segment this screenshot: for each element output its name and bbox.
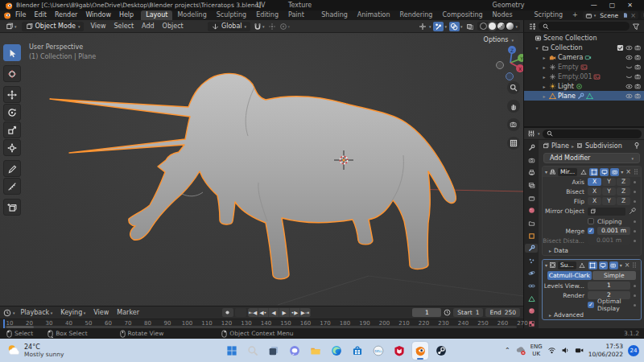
properties-tab-collection[interactable]: [525, 219, 538, 228]
drag-handle-icon[interactable]: [634, 168, 638, 175]
move-tool[interactable]: [3, 86, 21, 103]
taskbar-app-windows[interactable]: [224, 342, 240, 360]
axis-y-button[interactable]: Y: [602, 178, 616, 186]
disable-render-icon[interactable]: [634, 44, 642, 51]
disable-render-icon[interactable]: [634, 73, 642, 80]
outliner-row-light[interactable]: ▸Light: [524, 81, 644, 91]
hide-viewport-icon[interactable]: [625, 73, 633, 80]
flip-y-button[interactable]: Y: [602, 197, 616, 205]
proportional-edit-dropdown[interactable]: ▾: [279, 23, 291, 31]
transform-tool[interactable]: [3, 139, 21, 156]
workspace-tab-shading[interactable]: Shading: [316, 10, 353, 20]
properties-tab-material[interactable]: [525, 306, 538, 315]
hide-viewport-icon[interactable]: [625, 83, 633, 90]
disclosure-icon[interactable]: ▸: [541, 84, 547, 89]
viewlayer-selector[interactable]: ▾ ViewLayer ×: [641, 11, 644, 19]
levels-field[interactable]: 1: [588, 282, 630, 290]
mirror-modifier-header[interactable]: ▾ Mir... ▾ ×: [543, 167, 641, 177]
workspace-tab-geometry-nodes[interactable]: Geometry Nodes: [488, 1, 530, 20]
disable-render-icon[interactable]: [634, 64, 642, 71]
annotate-tool[interactable]: [3, 160, 21, 177]
extras-menu-icon[interactable]: ▾: [620, 262, 622, 268]
taskbar-app-steam[interactable]: [433, 342, 449, 360]
hide-viewport-icon[interactable]: [625, 44, 633, 51]
bisect-distance-field[interactable]: 0.001 m: [588, 237, 630, 245]
workspace-tab-sculpting[interactable]: Sculpting: [212, 10, 251, 20]
hide-viewport-icon[interactable]: [625, 64, 633, 71]
viewport-menu-add[interactable]: Add: [138, 22, 159, 31]
properties-tab-render[interactable]: [525, 156, 538, 165]
eyedropper-icon[interactable]: [629, 208, 636, 215]
chevron-down-icon[interactable]: ▾: [515, 24, 518, 29]
render-visibility-toggle[interactable]: [609, 261, 618, 269]
properties-tab-particles[interactable]: [525, 257, 538, 265]
workspace-tab-animation[interactable]: Animation: [353, 10, 395, 20]
selectable-checkbox[interactable]: [617, 44, 624, 51]
disclosure-icon[interactable]: ▸: [541, 74, 547, 80]
outliner-row-empty-001[interactable]: ▸Empty.001: [524, 72, 644, 81]
mode-dropdown[interactable]: Object Mode ▾: [22, 22, 85, 31]
properties-tab-scene[interactable]: [525, 194, 538, 203]
bisect-z-button[interactable]: Z: [617, 187, 630, 195]
show-gizmo-toggle[interactable]: ▾: [418, 22, 431, 31]
weather-widget[interactable]: 24°C Mostly sunny: [0, 343, 121, 358]
taskbar-app-taskview[interactable]: [266, 342, 282, 360]
bisect-x-button[interactable]: X: [588, 187, 601, 195]
triceratops-body[interactable]: [50, 73, 456, 278]
previous-keyframe-button[interactable]: ◀•: [258, 308, 269, 317]
workspace-tab-scripting[interactable]: Scripting: [529, 10, 568, 20]
close-button[interactable]: ✕: [627, 0, 633, 10]
viewport-menu-object[interactable]: Object: [159, 22, 188, 31]
new-scene-icon[interactable]: [622, 12, 629, 19]
taskbar-app-store[interactable]: [349, 342, 365, 360]
viewport-menu-view[interactable]: View: [86, 22, 109, 31]
rotate-tool[interactable]: [3, 104, 21, 121]
speaker-icon[interactable]: [561, 346, 570, 355]
camera-view-button[interactable]: [507, 118, 520, 131]
modifier-name-field[interactable]: Su...: [558, 261, 576, 269]
navigation-gizmo[interactable]: Z Y X: [489, 43, 525, 86]
data-disclosure[interactable]: ▸ Data: [543, 245, 641, 255]
record-button[interactable]: [222, 308, 233, 317]
solid-shading-button[interactable]: [489, 23, 496, 30]
outliner-row-camera[interactable]: ▸Camera: [524, 52, 644, 62]
pan-button[interactable]: [507, 100, 520, 113]
properties-tab-constraints[interactable]: [525, 282, 538, 290]
taskbar-app-search[interactable]: [245, 342, 261, 360]
properties-tab-tool[interactable]: [525, 143, 538, 152]
jump-to-start-button[interactable]: ⇤◀: [248, 308, 258, 317]
cage-toggle[interactable]: [588, 261, 597, 269]
workspace-tab-compositing[interactable]: Compositing: [437, 10, 487, 20]
material-shading-button[interactable]: [497, 23, 505, 30]
menu-help[interactable]: Help: [115, 10, 138, 20]
merge-value-field[interactable]: 0.001 m: [597, 227, 630, 235]
clipping-checkbox[interactable]: [588, 218, 594, 224]
collapse-icon[interactable]: ▾: [545, 262, 547, 268]
delete-modifier-icon[interactable]: ×: [625, 261, 630, 269]
outliner-row-empty[interactable]: ▸Empty: [524, 62, 644, 72]
workspace-tab-rendering[interactable]: Rendering: [395, 10, 438, 20]
add-workspace-button[interactable]: +: [568, 10, 583, 20]
pin-icon[interactable]: [633, 142, 641, 150]
snap-dropdown[interactable]: ▾: [254, 23, 265, 31]
disclosure-icon[interactable]: ▸: [541, 64, 547, 70]
disclosure-icon[interactable]: ▸: [541, 93, 547, 99]
cage-toggle[interactable]: [589, 168, 598, 176]
outliner-search-input[interactable]: [539, 22, 630, 31]
viewport-visibility-toggle[interactable]: [599, 261, 608, 269]
collapse-icon[interactable]: ▾: [545, 169, 547, 175]
merge-checkbox[interactable]: ✓: [588, 228, 594, 234]
timeline-menu-view[interactable]: View: [89, 308, 113, 318]
orientation-dropdown[interactable]: Global ▾: [208, 22, 250, 31]
hide-viewport-icon[interactable]: [625, 93, 633, 100]
disclosure-icon[interactable]: ▸: [541, 55, 547, 60]
delete-modifier-icon[interactable]: ×: [625, 168, 631, 175]
taskbar-app-edge[interactable]: [328, 342, 345, 360]
render-visibility-toggle[interactable]: [610, 168, 619, 176]
notification-badge[interactable]: 24: [628, 345, 639, 356]
editmode-toggle[interactable]: [579, 168, 588, 176]
taskbar-app-mcafee[interactable]: [391, 342, 407, 360]
drag-handle-icon[interactable]: [632, 261, 637, 269]
extras-menu-icon[interactable]: ▾: [621, 169, 623, 175]
gizmo-minus-z-axis[interactable]: [506, 73, 514, 80]
